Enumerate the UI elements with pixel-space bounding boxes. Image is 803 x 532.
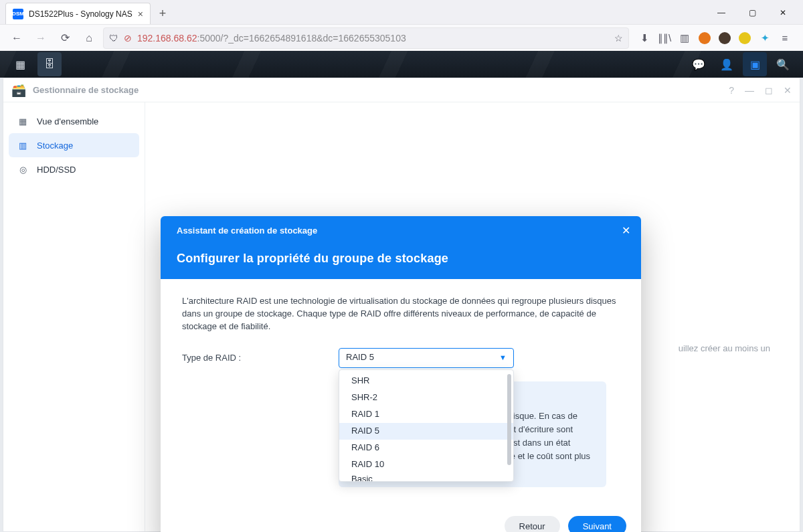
- app-title: Gestionnaire de stockage: [33, 85, 139, 95]
- library-icon[interactable]: ∥∥\: [658, 32, 671, 44]
- raid-option-raid-6[interactable]: RAID 6: [339, 440, 513, 456]
- user-icon[interactable]: 👤: [715, 52, 739, 76]
- maximize-icon[interactable]: ▢: [737, 3, 767, 23]
- url-text: 192.168.68.62:5000/?_dc=1662654891618&dc…: [137, 33, 406, 43]
- raid-type-dropdown: SHRSHR-2RAID 1RAID 5RAID 6RAID 10Basic: [339, 369, 514, 482]
- ext-yellow-icon[interactable]: [739, 32, 751, 44]
- favicon: DSM: [13, 9, 23, 19]
- window-maximize-icon[interactable]: ◻: [765, 85, 773, 96]
- raid-option-raid-10[interactable]: RAID 10: [339, 456, 513, 473]
- tab-strip: DSM DS1522Plus - Synology NAS × + — ▢ ✕: [0, 0, 803, 24]
- raid-type-select-box[interactable]: RAID 5 ▼: [339, 348, 514, 368]
- modal-body: L'architecture RAID est une technologie …: [161, 279, 641, 507]
- forward-button[interactable]: →: [31, 28, 51, 48]
- url-bar[interactable]: 🛡 ⊘ 192.168.68.62:5000/?_dc=166265489161…: [103, 27, 629, 49]
- browser-chrome: DSM DS1522Plus - Synology NAS × + — ▢ ✕ …: [0, 0, 803, 51]
- desktop-area: 🗃️ Gestionnaire de stockage ? — ◻ ✕ ▦Vue…: [0, 78, 803, 532]
- close-icon[interactable]: ✕: [768, 3, 798, 23]
- browser-tab[interactable]: DSM DS1522Plus - Synology NAS ×: [5, 3, 151, 24]
- reload-button[interactable]: ⟳: [55, 28, 75, 48]
- dsm-storage-icon[interactable]: 🗄: [37, 52, 62, 76]
- raid-type-value: RAID 5: [346, 351, 374, 364]
- dsm-header: ▦ 🗄 💬 👤 ▣ 🔍: [0, 51, 803, 78]
- download-icon[interactable]: ⬇: [638, 32, 650, 44]
- chevron-down-icon: ▼: [499, 353, 507, 363]
- shield-icon: 🛡: [109, 33, 118, 43]
- raid-type-label: Type de RAID :: [182, 348, 323, 365]
- modal-footer: Retour Suivant: [161, 507, 641, 532]
- sidebar-item-label: Stockage: [37, 141, 73, 151]
- window-minimize-icon[interactable]: —: [745, 85, 754, 96]
- sidebar-item-label: Vue d'ensemble: [37, 116, 98, 126]
- sidebar-item-icon: ▦: [17, 116, 29, 126]
- modal-title: Configurer la propriété du groupe de sto…: [177, 252, 625, 266]
- barcode-icon[interactable]: ▥: [679, 32, 691, 44]
- modal-intro-text: L'architecture RAID est une technologie …: [182, 295, 620, 333]
- sidebar-item-stockage[interactable]: ▥Stockage: [9, 133, 139, 157]
- app-titlebar: 🗃️ Gestionnaire de stockage ? — ◻ ✕: [3, 78, 800, 102]
- sidebar-item-hdd-ssd[interactable]: ◎HDD/SSD: [9, 157, 139, 181]
- sidebar-item-label: HDD/SSD: [37, 165, 76, 175]
- sidebar-item-icon: ▥: [17, 141, 29, 151]
- chat-icon[interactable]: 💬: [687, 52, 711, 76]
- sidebar-item-vue-d-ensemble[interactable]: ▦Vue d'ensemble: [9, 109, 139, 133]
- raid-option-shr-2[interactable]: SHR-2: [339, 389, 513, 406]
- menu-icon[interactable]: ≡: [779, 32, 791, 44]
- lock-broken-icon: ⊘: [124, 33, 132, 43]
- extension-icons: ⬇ ∥∥\ ▥ ✦ ≡: [633, 32, 796, 44]
- modal-close-icon[interactable]: ✕: [622, 224, 630, 237]
- window-close-icon[interactable]: ✕: [784, 85, 792, 96]
- sidebar: ▦Vue d'ensemble▥Stockage◎HDD/SSD: [3, 102, 145, 531]
- tab-close-icon[interactable]: ×: [138, 9, 143, 19]
- raid-option-shr[interactable]: SHR: [339, 373, 513, 389]
- ext-brown-icon[interactable]: [719, 32, 731, 44]
- sidebar-item-icon: ◎: [17, 165, 29, 175]
- bookmark-star-icon[interactable]: ☆: [614, 33, 623, 43]
- browser-toolbar: ← → ⟳ ⌂ 🛡 ⊘ 192.168.68.62:5000/?_dc=1662…: [0, 24, 803, 51]
- new-tab-button[interactable]: +: [153, 4, 172, 23]
- modal-subtitle: Assistant de création de stockage: [177, 226, 625, 236]
- help-icon[interactable]: ?: [729, 85, 734, 96]
- tab-title: DS1522Plus - Synology NAS: [29, 9, 132, 19]
- minimize-icon[interactable]: —: [707, 3, 736, 23]
- back-button[interactable]: Retour: [505, 516, 560, 532]
- ext-orange-icon[interactable]: [699, 32, 711, 44]
- raid-option-raid-1[interactable]: RAID 1: [339, 406, 513, 423]
- dashboard-icon[interactable]: ▣: [743, 52, 767, 76]
- storage-wizard-modal: Assistant de création de stockage ✕ Conf…: [161, 216, 641, 532]
- next-button[interactable]: Suivant: [568, 516, 626, 532]
- home-button[interactable]: ⌂: [79, 28, 99, 48]
- empty-state-hint: uillez créer au moins un: [679, 343, 770, 353]
- back-button[interactable]: ←: [7, 28, 27, 48]
- puzzle-icon[interactable]: ✦: [759, 32, 771, 44]
- search-icon[interactable]: 🔍: [771, 52, 795, 76]
- raid-option-raid-5[interactable]: RAID 5: [339, 423, 513, 440]
- raid-option-basic[interactable]: Basic: [339, 473, 513, 482]
- app-icon: 🗃️: [11, 83, 26, 98]
- window-controls: — ▢ ✕: [707, 3, 798, 23]
- dsm-apps-icon[interactable]: ▦: [8, 52, 32, 76]
- raid-type-select[interactable]: RAID 5 ▼ SHRSHR-2RAID 1RAID 5RAID 6RAID …: [339, 348, 514, 368]
- modal-header: Assistant de création de stockage ✕ Conf…: [161, 216, 641, 279]
